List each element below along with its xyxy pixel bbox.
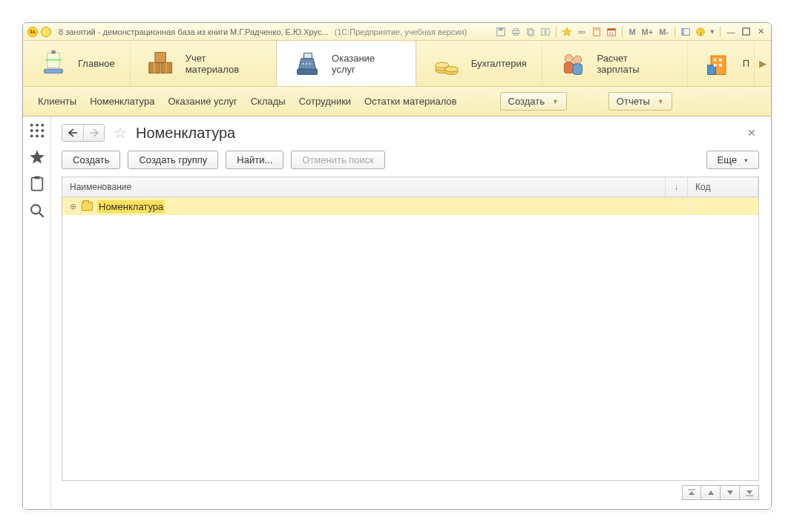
cancel-find-button[interactable]: Отменить поиск (291, 151, 385, 169)
close-page-button[interactable]: ✕ (744, 125, 759, 140)
boxes-icon (145, 48, 177, 79)
section-label: Главное (78, 58, 115, 69)
svg-marker-60 (30, 150, 45, 163)
svg-rect-32 (304, 53, 312, 58)
building-icon (703, 48, 734, 79)
subnav-nomenclature[interactable]: Номенклатура (90, 96, 154, 107)
grid-body[interactable]: ⊕ Номенклатура (62, 197, 758, 480)
compare-icon[interactable] (539, 26, 551, 38)
close-button[interactable]: ✕ (755, 27, 767, 37)
reports-label: Отчеты (617, 96, 650, 107)
page-toolbar: Создать Создать группу Найти... Отменить… (62, 151, 759, 169)
app-logo-icon: 1c (27, 27, 38, 37)
page-up-button[interactable] (701, 485, 721, 500)
svg-rect-5 (528, 28, 533, 34)
minimize-button[interactable]: — (725, 27, 737, 37)
cash-register-icon (292, 48, 323, 79)
svg-marker-9 (562, 27, 571, 35)
svg-rect-3 (514, 28, 518, 30)
sort-indicator[interactable]: ↓ (666, 177, 688, 197)
svg-rect-1 (499, 27, 503, 30)
svg-rect-48 (719, 58, 722, 61)
subnav-warehouses[interactable]: Склады (251, 96, 286, 107)
svg-point-35 (309, 63, 311, 65)
svg-point-33 (303, 63, 304, 65)
svg-rect-6 (529, 30, 534, 36)
circle-icon[interactable] (41, 27, 51, 37)
svg-rect-44 (573, 64, 583, 74)
chevron-down-icon: ▾ (744, 157, 748, 164)
calendar-icon[interactable]: 31 (606, 26, 617, 38)
search-icon[interactable] (29, 203, 45, 219)
section-materials[interactable]: Учет материалов (131, 41, 278, 86)
column-code[interactable]: Код (688, 177, 758, 197)
link-icon[interactable] (576, 26, 588, 38)
expand-icon[interactable]: ⊕ (68, 202, 77, 211)
info-icon[interactable]: i (695, 26, 706, 38)
apps-grid-icon[interactable] (29, 122, 45, 139)
save-icon[interactable] (495, 26, 507, 38)
section-accounting[interactable]: Бухгалтерия (416, 41, 542, 86)
nav-back-button[interactable] (62, 125, 83, 141)
table-row[interactable]: ⊕ Номенклатура (62, 197, 758, 215)
subnav-clients[interactable]: Клиенты (38, 96, 76, 107)
print-icon[interactable] (510, 26, 522, 38)
svg-text:31: 31 (609, 30, 614, 36)
titlebar: 1c 8 занятий - демонстрационная база из … (23, 23, 771, 41)
page-down-button[interactable] (721, 485, 740, 500)
subnav-reports-button[interactable]: Отчеты ▼ (608, 92, 672, 111)
calculator-icon[interactable] (591, 26, 603, 38)
page-first-button[interactable] (682, 485, 701, 500)
window-subtitle: (1С:Предприятие, учебная версия) (335, 27, 467, 36)
svg-marker-71 (747, 490, 752, 494)
more-button[interactable]: Еще ▾ (706, 151, 759, 169)
subnav-employees[interactable]: Сотрудники (299, 96, 351, 107)
section-label: Расчет зарплаты (597, 53, 672, 75)
subnav-create-button[interactable]: Создать ▼ (500, 92, 567, 111)
section-enterprise[interactable]: П (688, 41, 755, 86)
mem-m-button[interactable]: M (627, 27, 637, 36)
svg-point-43 (573, 56, 581, 64)
star-icon[interactable] (29, 149, 45, 165)
coins-icon (431, 48, 462, 79)
chevron-down-icon: ▼ (657, 98, 664, 105)
dropdown-caret-icon[interactable]: ▾ (709, 26, 715, 38)
section-label: Бухгалтерия (471, 58, 527, 69)
clipboard-icon[interactable] (29, 176, 45, 192)
svg-point-34 (306, 63, 307, 65)
svg-rect-42 (564, 62, 574, 73)
svg-point-58 (36, 134, 39, 137)
find-button[interactable]: Найти... (226, 151, 283, 169)
create-group-button[interactable]: Создать группу (128, 151, 218, 169)
svg-point-59 (41, 134, 44, 137)
maximize-button[interactable] (740, 27, 752, 37)
subnav-services[interactable]: Оказание услуг (168, 96, 237, 107)
favorite-icon[interactable] (561, 26, 573, 38)
nav-forward-button[interactable] (83, 125, 104, 141)
create-label: Создать (508, 96, 545, 107)
svg-rect-61 (31, 177, 42, 190)
panels-icon[interactable] (680, 26, 692, 38)
section-services[interactable]: Оказание услуг (276, 41, 416, 86)
subnav-stock[interactable]: Остатки материалов (364, 96, 456, 107)
create-button[interactable]: Создать (62, 151, 120, 169)
data-grid: Наименование ↓ Код ⊕ Номенклатура (62, 177, 759, 481)
favorite-page-icon[interactable]: ☆ (114, 124, 127, 142)
svg-marker-69 (708, 490, 714, 495)
svg-rect-49 (714, 64, 717, 67)
scanner-icon (38, 48, 69, 79)
svg-rect-11 (582, 31, 585, 33)
sections-scroll-right[interactable]: ▶ (755, 41, 771, 86)
svg-point-51 (30, 124, 33, 127)
svg-point-55 (36, 129, 39, 132)
page-last-button[interactable] (740, 485, 759, 500)
section-label: Оказание услуг (332, 53, 401, 75)
mem-mplus-button[interactable]: M+ (640, 27, 655, 36)
column-name[interactable]: Наименование (62, 177, 666, 197)
section-main[interactable]: Главное (23, 41, 131, 86)
section-payroll[interactable]: Расчет зарплаты (542, 41, 688, 86)
mem-mminus-button[interactable]: M- (657, 27, 670, 36)
svg-point-40 (444, 66, 458, 71)
copy-icon[interactable] (525, 26, 537, 38)
chevron-down-icon: ▼ (552, 98, 559, 105)
